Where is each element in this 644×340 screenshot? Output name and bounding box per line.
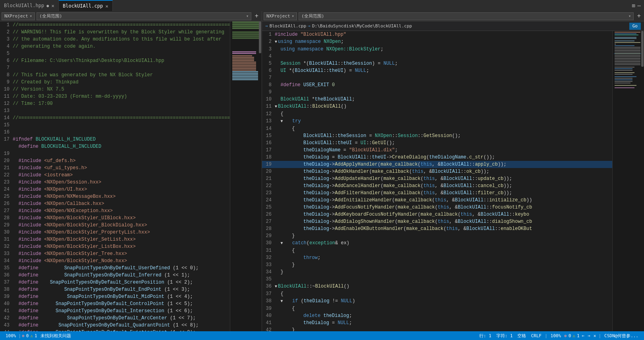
right-pane: NXProject ▾ (全局范围) ▾ + → BlockUIAll.cpp … bbox=[262, 11, 644, 331]
status-error-count-right[interactable]: 0 bbox=[568, 333, 572, 338]
path-file1[interactable]: BlockUIAll.cpp bbox=[270, 23, 307, 29]
svg-rect-58 bbox=[615, 83, 631, 83]
tab-controls[interactable]: ⊞ ⋯ bbox=[629, 2, 644, 9]
go-button[interactable]: Go bbox=[629, 23, 641, 30]
svg-rect-43 bbox=[615, 56, 640, 57]
right-scope-selector[interactable]: (全局范围) ▾ bbox=[299, 12, 634, 20]
r-line-3: 3 using namespace NXOpen::BlockStyler; bbox=[262, 46, 612, 53]
svg-rect-53 bbox=[615, 74, 632, 75]
r-line-16: 16 BlockUIAll::theUI = UI::GetUI(); bbox=[262, 139, 612, 147]
svg-rect-46 bbox=[615, 61, 640, 62]
code-line-1: 1//=====================================… bbox=[0, 21, 230, 29]
overflow-icon[interactable]: ⋯ bbox=[638, 2, 641, 9]
left-code-content[interactable]: 1//=====================================… bbox=[0, 21, 230, 331]
svg-rect-42 bbox=[615, 55, 640, 56]
tab-right-filename: BlockUIAll.cpp bbox=[63, 3, 103, 9]
status-line[interactable]: 行: 1 bbox=[477, 333, 494, 339]
r-line-33: 33 } bbox=[262, 261, 612, 269]
code-line-16: 16 bbox=[0, 129, 230, 136]
left-scope-label: (全局范围) bbox=[39, 13, 62, 19]
status-zoom-right[interactable]: 100% bbox=[548, 333, 564, 338]
status-warn-count-right[interactable]: 1 bbox=[576, 333, 580, 338]
r-line-36: 36▼BlockUIAll::~BlockUIAll() bbox=[262, 283, 612, 290]
code-line-36: 36 #define SnapPointTypesOnByDefault_Inf… bbox=[0, 272, 230, 279]
r-line-15: 15 BlockUIAll::theSession = NXOpen::Sess… bbox=[262, 132, 612, 139]
code-line-32: 32 #include <NXOpen/BlockStyler_ListBox.… bbox=[0, 243, 230, 250]
code-line-38: 38 #define SnapPointTypesOnByDefault_End… bbox=[0, 286, 230, 293]
split-icon[interactable]: ⊞ bbox=[632, 2, 635, 9]
r-line-13: 13 ▼ try bbox=[262, 118, 612, 125]
code-line-29: 29 #include <NXOpen/BlockStyler_BlockDia… bbox=[0, 222, 230, 229]
r-line-14: 14 { bbox=[262, 125, 612, 132]
right-project-selector[interactable]: NXProject ▾ bbox=[264, 12, 297, 20]
svg-rect-23 bbox=[232, 76, 258, 77]
code-line-13: 13 bbox=[0, 107, 230, 114]
status-errors[interactable]: 0 bbox=[25, 333, 30, 338]
code-line-41: 41 #define SnapPointTypesOnByDefault_Int… bbox=[0, 307, 230, 315]
code-line-33: 33 #include <NXOpen/BlockStyler_Tree.hxx… bbox=[0, 250, 230, 257]
code-line-34: 34 #include <NXOpen/BlockStyler_Node.hxx… bbox=[0, 257, 230, 265]
code-line-30: 30 #include <NXOpen/BlockStyler_Property… bbox=[0, 229, 230, 236]
path-arrow1: → bbox=[265, 23, 268, 29]
code-line-24: 24 #include <NXOpen/UI.hxx> bbox=[0, 186, 230, 193]
right-project-label: NXProject bbox=[266, 14, 290, 19]
path-arrow2: → bbox=[308, 23, 310, 29]
status-nav-next[interactable]: → bbox=[586, 333, 592, 338]
code-line-23: 23 #include <NXOpen/Session.hxx> bbox=[0, 179, 230, 186]
code-line-9: 9// Created by: Thinkpad bbox=[0, 79, 230, 86]
tab-right-close[interactable]: × bbox=[105, 3, 108, 9]
left-scope-selector[interactable]: (全局范围) ▾ bbox=[37, 12, 251, 20]
right-plus-btn[interactable]: + bbox=[635, 13, 642, 20]
code-line-27: 27 #include <NXOpen/NXException.hxx> bbox=[0, 207, 230, 214]
right-code-content[interactable]: 1#include "BlockUIAll.hpp" 2▼using names… bbox=[262, 31, 612, 331]
tab-left-close[interactable]: × bbox=[51, 3, 54, 9]
svg-rect-31 bbox=[615, 38, 636, 39]
r-line-27: 27 theDialog->AddDialogShownHandler(make… bbox=[262, 218, 612, 225]
status-zoom-left[interactable]: 100% bbox=[3, 333, 19, 338]
code-line-6: 6// Filename: C:\Users\Thinkpad\Desktop\… bbox=[0, 57, 230, 64]
status-spaces[interactable]: 空格 bbox=[515, 333, 528, 339]
r-line-22: 22 theDialog->AddCancelHandler(make_call… bbox=[262, 182, 612, 189]
left-plus-btn[interactable]: + bbox=[253, 13, 260, 20]
svg-rect-20 bbox=[232, 71, 258, 72]
svg-rect-25 bbox=[232, 79, 258, 80]
status-csdn[interactable]: CSDN@何曾参... bbox=[602, 333, 641, 339]
status-close[interactable]: ✕ bbox=[592, 333, 598, 338]
svg-rect-37 bbox=[615, 48, 640, 49]
left-project-arrow: ▾ bbox=[30, 14, 33, 19]
code-line-8: 8// This file was generated by the NX Bl… bbox=[0, 71, 230, 79]
svg-rect-17 bbox=[232, 66, 256, 68]
svg-rect-35 bbox=[615, 45, 634, 46]
status-eol[interactable]: CRLF bbox=[528, 333, 544, 338]
path-full[interactable]: D:\BaiduSyncdisk\MyCode\BlockUIAll.cpp bbox=[312, 23, 628, 29]
tab-right-cpp[interactable]: BlockUIAll.cpp × bbox=[59, 0, 113, 11]
r-line-11: 11▼BlockUIAll::BlockUIAll() bbox=[262, 103, 612, 110]
status-col[interactable]: 字符: 1 bbox=[494, 333, 515, 339]
status-nav-prev[interactable]: ← bbox=[580, 333, 586, 338]
code-line-19: 19 bbox=[0, 150, 230, 157]
code-line-40: 40 #define SnapPointTypesOnByDefault_Con… bbox=[0, 300, 230, 307]
left-minimap bbox=[230, 21, 262, 331]
svg-rect-0 bbox=[232, 21, 260, 23]
svg-rect-15 bbox=[232, 63, 256, 64]
code-line-15: 15 bbox=[0, 122, 230, 129]
r-line-18: 18 theDialog = BlockUIAll::theUI->Create… bbox=[262, 154, 612, 161]
left-toolbar: NXProject ▾ (全局范围) ▾ + bbox=[0, 11, 262, 21]
r-line-12: 12 { bbox=[262, 110, 612, 118]
tab-left-hpp[interactable]: BlockUIAll.hpp ● × bbox=[0, 0, 59, 11]
r-line-34: 34 } bbox=[262, 269, 612, 276]
right-project-arrow: ▾ bbox=[292, 14, 295, 19]
left-project-selector[interactable]: NXProject ▾ bbox=[2, 12, 35, 20]
code-line-22: 22 #include <iostream> bbox=[0, 172, 230, 179]
svg-rect-51 bbox=[615, 70, 632, 71]
r-line-20: 20 theDialog->AddOkHandler(make_callback… bbox=[262, 168, 612, 175]
right-scope-arrow: ▾ bbox=[629, 14, 631, 19]
svg-rect-19 bbox=[232, 70, 256, 71]
status-search-label[interactable]: 未找到相关问题 bbox=[38, 333, 73, 339]
status-warnings[interactable]: 1 bbox=[34, 333, 38, 338]
r-line-39: 39 { bbox=[262, 305, 612, 312]
code-line-17: 17#ifndef BLOCKUIALL_H_INCLUDED bbox=[0, 136, 230, 143]
status-error-icon-right: ⊗ bbox=[563, 333, 568, 338]
r-line-26: 26 theDialog->AddKeyboardFocusNotifyHand… bbox=[262, 211, 612, 218]
svg-rect-41 bbox=[615, 53, 640, 54]
